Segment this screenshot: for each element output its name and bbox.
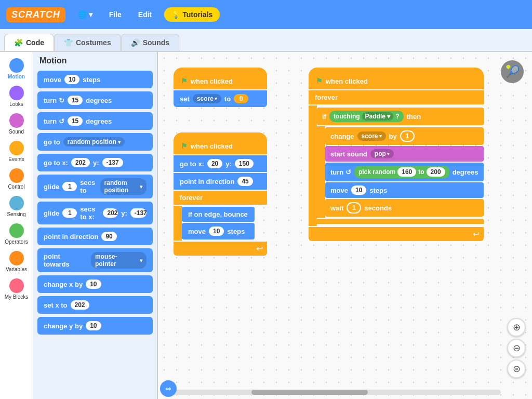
block-move-value: 10 [64, 75, 79, 84]
block-goto-xy-x: 202 [71, 158, 90, 167]
myblocks-label: My Blocks [5, 294, 29, 300]
sidebar-item-sensing[interactable]: Sensing [0, 194, 33, 219]
wait-seconds[interactable]: wait 1 seconds [325, 199, 484, 217]
tutorials-icon: 💡 [171, 10, 180, 19]
globe-icon: 🌐 [78, 10, 87, 19]
categories-sidebar: Motion Looks Sound Events Control Sensin… [0, 52, 33, 399]
code-area: 🎾 ⚑ when clicked set score to 0 ⚑ when c… [158, 52, 532, 399]
sidebar-item-sound[interactable]: Sound [0, 111, 33, 137]
script2-inner: if on edge, bounce move 10 steps [182, 206, 255, 241]
events-label: Events [8, 156, 24, 162]
score-val-1: 0 [234, 94, 248, 103]
block-glide-dropdown[interactable]: random position [100, 178, 147, 195]
forever-label-3: forever [315, 94, 338, 101]
script-3: ⚑ when clicked forever if touching Paddl… [309, 68, 484, 241]
block-turn-ccw-label: turn ↺ [44, 117, 64, 125]
flag-icon-3: ⚑ [316, 77, 323, 85]
change-score[interactable]: change score by 1 [325, 127, 484, 145]
zoom-in-button[interactable]: ⊕ [507, 318, 526, 337]
flag-icon-2: ⚑ [181, 142, 188, 150]
stage-resize-button[interactable]: ⇔ [160, 380, 177, 397]
scratch-logo[interactable]: SCRATCH [6, 7, 65, 22]
script3-inner: if touching Paddle ▾ ? then [317, 105, 484, 226]
sidebar-item-variables[interactable]: Variables [0, 249, 33, 274]
main-area: Motion Looks Sound Events Control Sensin… [0, 52, 532, 399]
globe-button[interactable]: 🌐 ▾ [74, 8, 97, 21]
sidebar-item-myblocks[interactable]: My Blocks [0, 276, 33, 302]
scrollbar-thumb[interactable] [251, 390, 368, 395]
score-by-val: 1 [400, 130, 415, 142]
block-change-x[interactable]: change x by 10 [37, 275, 153, 293]
zoom-reset-button[interactable]: ⊜ [507, 360, 526, 378]
score-dropdown-2[interactable]: score [357, 131, 386, 141]
forever-left-arm [174, 206, 182, 241]
block-glide-label: glide [44, 183, 59, 191]
block-turn-cw[interactable]: turn ↻ 15 degrees [37, 91, 153, 109]
horizontal-scrollbar[interactable] [168, 390, 501, 395]
tab-sounds[interactable]: 🔊 Sounds [121, 34, 179, 51]
pick-random-block[interactable]: pick random 160 to 200 [354, 166, 449, 178]
zoom-out-button[interactable]: ⊖ [507, 339, 526, 357]
turn-random[interactable]: turn ↺ pick random 160 to 200 degrees [325, 163, 484, 181]
block-change-y-value: 10 [86, 321, 101, 330]
sidebar-item-events[interactable]: Events [0, 139, 33, 164]
block-goto-dropdown[interactable]: random position [63, 137, 125, 147]
block-point-towards[interactable]: point towards mouse-pointer [37, 248, 153, 272]
block-turn-cw-value: 15 [68, 96, 83, 105]
sidebar-item-looks[interactable]: Looks [0, 84, 33, 109]
tab-costumes[interactable]: 👕 Costumes [54, 34, 121, 51]
move-steps[interactable]: move 10 steps [325, 182, 484, 198]
operators-label: Operators [5, 239, 28, 245]
script3-hat-label: when clicked [326, 77, 368, 85]
block-point-dir[interactable]: point in direction 90 [37, 228, 153, 245]
script1-hat: ⚑ when clicked [174, 68, 267, 89]
touching-condition[interactable]: touching Paddle ▾ ? [329, 111, 404, 122]
block-point-dir-value: 90 [101, 232, 116, 241]
motion-label: Motion [8, 74, 25, 79]
variables-label: Variables [6, 267, 27, 272]
file-menu[interactable]: File [105, 8, 126, 21]
block-goto[interactable]: go to random position [37, 133, 153, 151]
start-sound[interactable]: start sound pop [325, 146, 484, 162]
block-goto-xy-y: -137 [102, 158, 123, 167]
paddle-dropdown[interactable]: Paddle ▾ [362, 112, 394, 121]
script2-point-dir[interactable]: point in direction 45 [174, 173, 267, 190]
costumes-icon: 👕 [64, 38, 73, 47]
zoom-out-icon: ⊖ [513, 342, 521, 354]
tutorials-button[interactable]: 💡 Tutorials [164, 7, 220, 22]
operators-dot [9, 223, 24, 238]
script1-set-score[interactable]: set score to 0 [174, 90, 267, 107]
if-body: change score by 1 start sound pop [325, 126, 484, 218]
block-glide-xy[interactable]: glide 1 secs to x: 202 y: -137 [37, 202, 153, 224]
block-glide-random[interactable]: glide 1 secs to random position [37, 175, 153, 198]
sounds-icon: 🔊 [131, 38, 140, 47]
wait-val: 1 [347, 202, 361, 214]
block-set-x[interactable]: set x to 202 [37, 296, 153, 314]
score-dropdown-1[interactable]: score [193, 94, 221, 103]
block-point-towards-dropdown[interactable]: mouse-pointer [91, 252, 147, 269]
sidebar-item-operators[interactable]: Operators [0, 221, 33, 247]
script2-move[interactable]: move 10 steps [182, 223, 255, 240]
tab-code[interactable]: 🧩 Code [4, 34, 54, 51]
forever-left-arm-3 [309, 105, 317, 226]
block-change-x-value: 10 [86, 280, 101, 289]
block-turn-cw-label: turn ↻ [44, 97, 64, 104]
edit-menu[interactable]: Edit [134, 8, 156, 21]
sidebar-item-motion[interactable]: Motion [0, 56, 33, 82]
script3-hat: ⚑ when clicked [309, 68, 484, 89]
block-turn-ccw[interactable]: turn ↺ 15 degrees [37, 112, 153, 130]
block-goto-xy[interactable]: go to x: 202 y: -137 [37, 154, 153, 171]
sidebar-item-control[interactable]: Control [0, 166, 33, 192]
block-set-x-value: 202 [71, 300, 89, 310]
block-move-label: move [44, 76, 61, 84]
block-change-y-label: change y by [44, 322, 83, 330]
block-change-y[interactable]: change y by 10 [37, 317, 153, 335]
script3-forever-header: forever [309, 90, 484, 104]
script2-goto-xy[interactable]: go to x: 20 y: 150 [174, 155, 267, 172]
block-glide-xy-mid: secs to x: [80, 205, 100, 221]
block-move[interactable]: move 10 steps [37, 71, 153, 88]
block-glide-xy-y: -137 [130, 208, 147, 218]
sound-dropdown[interactable]: pop [370, 149, 394, 158]
block-glide-xy-y-label: y: [121, 209, 127, 217]
script2-bounce[interactable]: if on edge, bounce [182, 207, 255, 222]
